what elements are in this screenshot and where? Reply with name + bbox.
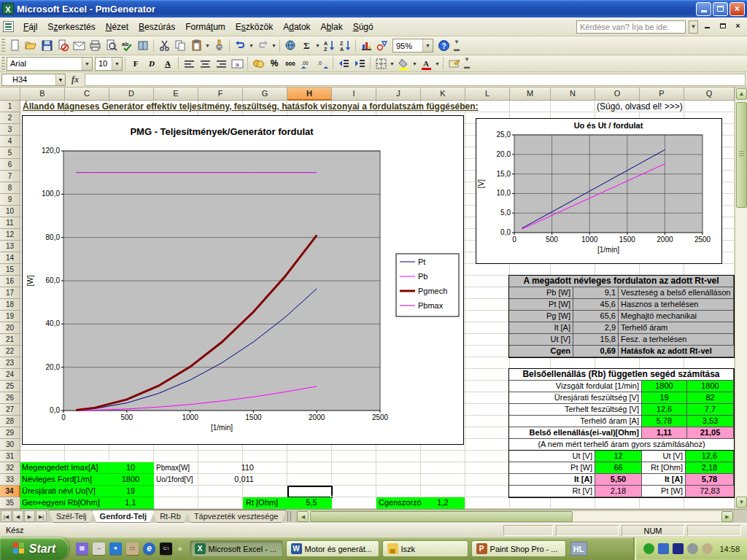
sort-ascending-icon[interactable]: AZ — [322, 39, 336, 53]
spelling-icon[interactable]: ab — [120, 39, 134, 53]
permission-icon[interactable] — [55, 39, 70, 53]
row-header-26[interactable]: 26 — [0, 392, 20, 404]
row-header-19[interactable]: 19 — [0, 311, 20, 322]
row-header-17[interactable]: 17 — [0, 287, 20, 299]
font-color-dropdown-icon[interactable]: ▼ — [434, 61, 441, 66]
toolbar-options-icon[interactable]: ▼▬ — [452, 39, 461, 53]
minimize-button[interactable] — [696, 2, 711, 16]
main-chart[interactable]: PMG - Teljesítmények/Generátor fordulat0… — [22, 115, 464, 445]
prev-sheet-icon[interactable]: ◀ — [12, 510, 23, 522]
thousand-separator-button[interactable]: 000 — [283, 56, 298, 71]
row-header-29[interactable]: 29 — [0, 427, 20, 439]
menu-item-ablak[interactable]: Ablak — [316, 19, 348, 35]
sort-descending-icon[interactable]: ZA — [338, 39, 352, 53]
paste-dropdown-icon[interactable]: ▼ — [204, 43, 211, 48]
menu-item-nézet[interactable]: Nézet — [101, 19, 133, 35]
save-icon[interactable] — [39, 39, 54, 53]
column-header-M[interactable]: M — [510, 88, 551, 101]
font-name-dropdown-icon[interactable]: ▼ — [82, 58, 92, 70]
rb-row-value1[interactable]: 12,6 — [642, 404, 687, 416]
formula-input[interactable] — [85, 74, 746, 86]
question-box-dropdown-icon[interactable]: ▼ — [689, 20, 698, 34]
first-sheet-icon[interactable]: |◀ — [1, 510, 12, 522]
rt-input-cell[interactable]: Rt [Ohm] 5,5 — [243, 497, 332, 509]
qc-value[interactable]: 72,83 — [686, 486, 734, 497]
rb-row-value2[interactable]: 3,53 — [687, 416, 734, 427]
camera-icon[interactable] — [702, 543, 713, 554]
print-preview-icon[interactable] — [104, 39, 118, 53]
input-row[interactable]: Megengedett Imax[A]10 — [20, 462, 154, 474]
column-header-L[interactable]: L — [465, 88, 510, 101]
column-header-J[interactable]: J — [376, 88, 421, 101]
row-header-15[interactable]: 15 — [0, 264, 20, 276]
row-header-8[interactable]: 8 — [0, 182, 20, 194]
scroll-right-icon[interactable]: ▶ — [721, 511, 733, 522]
task-button-word[interactable]: WMotor és generát... — [286, 540, 379, 557]
column-header-H[interactable]: H — [287, 88, 332, 101]
open-folder-icon[interactable] — [23, 39, 38, 53]
show-desktop-icon[interactable]: ↔ — [93, 542, 105, 555]
row-header-11[interactable]: 11 — [0, 217, 20, 229]
row-header-2[interactable]: 2 — [0, 112, 20, 124]
menu-item-szerkesztés[interactable]: Szerkesztés — [42, 19, 100, 35]
row-header-33[interactable]: 33 — [0, 474, 20, 486]
row-header-35[interactable]: 35 — [0, 497, 20, 509]
align-left-button[interactable] — [182, 56, 196, 71]
volume-icon[interactable] — [687, 543, 698, 554]
wireless-icon[interactable] — [673, 543, 684, 554]
scroll-down-icon[interactable]: ▼ — [736, 497, 747, 508]
fill-color-button[interactable] — [396, 56, 411, 71]
qc-value[interactable]: 2,18 — [686, 462, 734, 474]
insert-hyperlink-icon[interactable] — [283, 39, 298, 53]
worksheet-grid[interactable]: 1234567891011121314151617181920212223242… — [0, 101, 735, 509]
help-icon[interactable]: ? — [436, 39, 451, 53]
borders-dropdown-icon[interactable]: ▼ — [389, 61, 395, 66]
command-prompt-icon[interactable]: C:\ — [160, 542, 172, 555]
column-header-C[interactable]: C — [65, 88, 109, 101]
decrease-indent-button[interactable] — [336, 56, 351, 71]
menu-item-beszúrás[interactable]: Beszúrás — [133, 19, 180, 35]
insert-function-icon[interactable]: fx — [66, 74, 85, 85]
qc-value[interactable]: 5,50 — [595, 474, 642, 486]
name-box-dropdown-icon[interactable]: ▼ — [55, 74, 65, 85]
bold-button[interactable]: F — [128, 56, 143, 71]
fill-color-dropdown-icon[interactable]: ▼ — [411, 61, 418, 66]
column-header-F[interactable]: F — [198, 88, 243, 101]
font-size-combobox[interactable]: 10▼ — [95, 57, 123, 71]
column-header-D[interactable]: D — [109, 88, 154, 101]
row-header-10[interactable]: 10 — [0, 206, 20, 217]
scroll-left-icon[interactable]: ◀ — [297, 511, 309, 522]
menu-item-adatok[interactable]: Adatok — [278, 19, 315, 35]
format-painter-icon[interactable] — [212, 39, 226, 53]
research-icon[interactable] — [136, 39, 150, 53]
language-indicator[interactable]: HL — [570, 542, 587, 556]
name-box[interactable]: H34▼ — [1, 74, 66, 86]
toolbar-grip[interactable] — [1, 39, 5, 53]
copy-icon[interactable] — [173, 39, 187, 53]
task-button-excel[interactable]: XMicrosoft Excel - ... — [190, 540, 283, 557]
select-all-corner[interactable] — [0, 88, 20, 101]
align-center-button[interactable] — [198, 56, 212, 71]
selected-cell-h34[interactable] — [287, 486, 333, 498]
input-row[interactable]: Névleges Ford[1/m]1800 — [20, 474, 154, 486]
column-header-B[interactable]: B — [20, 88, 65, 101]
row-header-1[interactable]: 1 — [0, 101, 20, 112]
network-icon[interactable] — [658, 543, 669, 554]
row-header-28[interactable]: 28 — [0, 416, 20, 427]
title-bar[interactable]: X Microsoft Excel - PmGenerator × — [0, 0, 747, 18]
qc-value[interactable]: 66 — [595, 462, 642, 474]
menu-item-eszközök[interactable]: Eszközök — [231, 19, 278, 35]
zoom-dropdown-icon[interactable]: ▼ — [422, 39, 433, 52]
column-header-K[interactable]: K — [421, 88, 465, 101]
rb-row-value1[interactable]: 1800 — [642, 381, 687, 392]
row-header-5[interactable]: 5 — [0, 147, 20, 159]
start-button[interactable]: Start — [0, 537, 69, 560]
menu-item-fájl[interactable]: Fájl — [18, 19, 42, 35]
decrease-decimal-button[interactable]: ,0 — [315, 56, 330, 71]
antivirus-icon[interactable] — [643, 543, 654, 554]
sheet-tab-rt-rb[interactable]: Rt-Rb — [152, 510, 189, 523]
redo-dropdown-icon[interactable]: ▼ — [271, 43, 277, 48]
font-name-combobox[interactable]: Arial▼ — [7, 57, 93, 71]
properties-button[interactable] — [446, 56, 461, 71]
task-button-folder[interactable]: ▄Iszk — [382, 540, 468, 557]
